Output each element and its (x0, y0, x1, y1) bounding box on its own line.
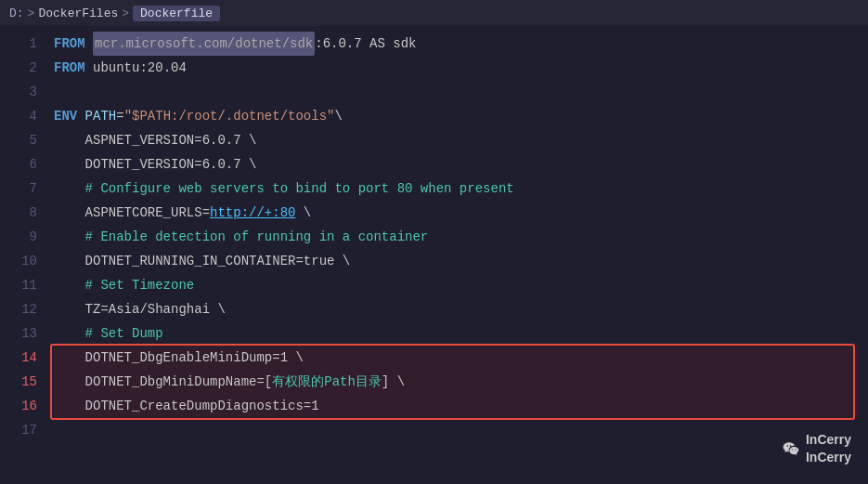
line-number: 13 (21, 321, 37, 346)
code-lines: FROM mcr.microsoft.com/dotnet/sdk:6.0.7 … (45, 32, 868, 478)
code-line: DOTNET_DbgMiniDumpName=[有权限的Path目录] \ (54, 370, 859, 394)
token: FROM (54, 32, 93, 56)
token: :6.0.7 AS sdk (315, 32, 416, 56)
token: PATH (85, 104, 117, 128)
token: 有权限的Path目录 (272, 370, 382, 394)
line-number: 15 (21, 370, 37, 394)
line-number: 3 (30, 80, 37, 104)
token: mcr.microsoft.com/dotnet/sdk (93, 32, 315, 56)
code-line: ENV PATH="$PATH:/root/.dotnet/tools"\ (54, 104, 859, 128)
code-line: # Set Dump (54, 321, 859, 346)
token: \ (295, 201, 311, 225)
line-number: 5 (30, 128, 37, 152)
token: TZ=Asia/Shanghai \ (54, 297, 226, 321)
line-number: 8 (30, 201, 37, 225)
token: # Enable detection of running in a conta… (54, 225, 428, 249)
code-line: FROM ubuntu:20.04 (54, 56, 859, 80)
token: # Configure web servers to bind to port … (54, 177, 514, 201)
breadcrumb-folder: DockerFiles (38, 7, 118, 20)
code-line: ASPNETCORE_URLS=http://+:80 \ (54, 201, 859, 225)
code-line: # Configure web servers to bind to port … (54, 177, 859, 201)
token: = (116, 104, 123, 128)
token: ubuntu:20.04 (93, 56, 187, 80)
token: http://+:80 (210, 201, 295, 225)
wechat-icon (782, 439, 800, 458)
token: ASPNET_VERSION=6.0.7 \ (54, 128, 256, 152)
breadcrumb-drive: D: (9, 7, 24, 20)
code-line: TZ=Asia/Shanghai \ (54, 297, 859, 321)
code-line: DOTNET_VERSION=6.0.7 \ (54, 152, 859, 177)
token: DOTNET_RUNNING_IN_CONTAINER=true \ (54, 249, 350, 273)
editor: D: > DockerFiles > Dockerfile 1234567891… (0, 0, 868, 484)
line-number: 11 (21, 273, 37, 297)
watermark: InCerry InCerry (782, 431, 851, 467)
watermark-line1: InCerry (806, 431, 851, 450)
line-number: 7 (30, 177, 37, 201)
token: \ (334, 104, 342, 128)
line-number: 16 (21, 394, 37, 418)
code-line: # Enable detection of running in a conta… (54, 225, 859, 249)
code-line: # Set Timezone (54, 273, 859, 297)
watermark-line2: InCerry (806, 449, 851, 467)
line-number: 1 (30, 32, 37, 56)
line-number: 17 (21, 418, 37, 442)
watermark-text: InCerry InCerry (806, 431, 851, 467)
token: "$PATH:/root/.dotnet/tools" (124, 104, 335, 128)
line-number: 12 (21, 297, 37, 321)
breadcrumb-sep2: > (122, 7, 129, 20)
code-line: FROM mcr.microsoft.com/dotnet/sdk:6.0.7 … (54, 32, 859, 56)
line-number: 6 (30, 152, 37, 177)
token: DOTNET_DbgMiniDumpName=[ (54, 370, 272, 394)
token: # Set Dump (54, 321, 163, 346)
token: ASPNETCORE_URLS= (54, 201, 210, 225)
code-line: DOTNET_RUNNING_IN_CONTAINER=true \ (54, 249, 859, 273)
token: ] \ (382, 370, 405, 394)
token: DOTNET_VERSION=6.0.7 \ (54, 152, 256, 177)
token: FROM (54, 56, 93, 80)
breadcrumb: D: > DockerFiles > Dockerfile (0, 0, 868, 26)
token: ENV (54, 104, 85, 128)
line-number: 10 (21, 249, 37, 273)
code-line: DOTNET_CreateDumpDiagnostics=1 (54, 394, 859, 418)
breadcrumb-sep1: > (28, 7, 35, 20)
code-line (54, 418, 859, 442)
code-line: ASPNET_VERSION=6.0.7 \ (54, 128, 859, 152)
breadcrumb-file: Dockerfile (133, 6, 220, 21)
token: # Set Timezone (54, 273, 194, 297)
line-number: 9 (30, 225, 37, 249)
line-number: 4 (30, 104, 37, 128)
line-number: 2 (30, 56, 37, 80)
code-line: DOTNET_DbgEnableMiniDump=1 \ (54, 346, 859, 370)
token: DOTNET_CreateDumpDiagnostics=1 (54, 394, 319, 418)
token: DOTNET_DbgEnableMiniDump=1 \ (54, 346, 304, 370)
code-area: 1234567891011121314151617 FROM mcr.micro… (0, 26, 868, 484)
watermark-row1: InCerry InCerry (782, 431, 851, 467)
code-line (54, 80, 859, 104)
line-number: 14 (21, 346, 37, 370)
line-numbers: 1234567891011121314151617 (0, 32, 45, 478)
